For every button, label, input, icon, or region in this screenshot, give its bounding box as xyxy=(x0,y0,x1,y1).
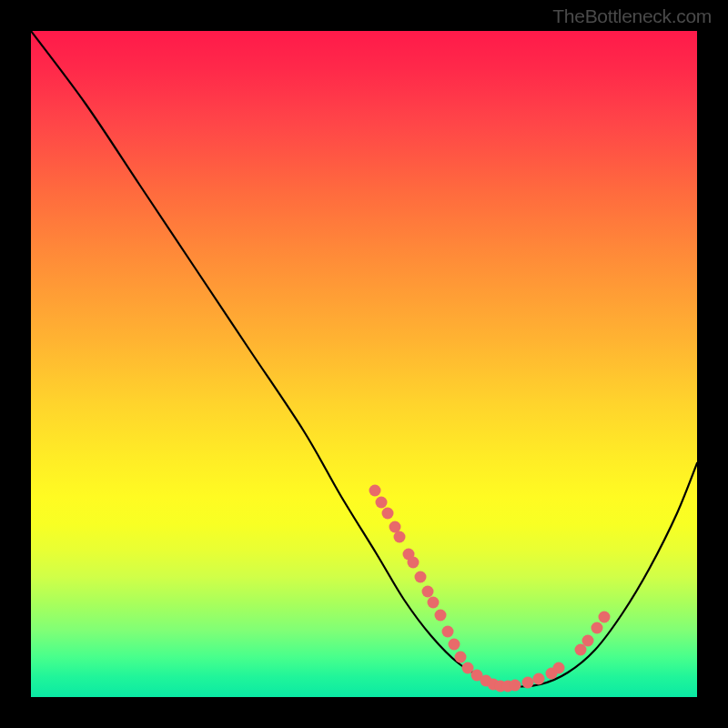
data-dot xyxy=(428,597,440,609)
data-dot xyxy=(449,639,460,651)
data-dot xyxy=(422,586,434,598)
data-dot xyxy=(382,508,394,520)
plot-area xyxy=(31,31,697,697)
data-dot xyxy=(599,612,611,623)
data-dot xyxy=(442,626,454,638)
data-dot xyxy=(553,662,565,674)
data-dot xyxy=(592,622,603,634)
data-dot xyxy=(522,677,534,689)
data-dot xyxy=(455,652,467,663)
data-dot xyxy=(415,571,427,583)
data-dot xyxy=(533,673,545,685)
data-dot xyxy=(435,610,447,622)
data-dot xyxy=(394,531,406,543)
data-dot xyxy=(376,497,388,509)
watermark-text: TheBottleneck.com xyxy=(552,5,712,27)
data-dot xyxy=(582,635,594,647)
data-dot xyxy=(510,680,521,692)
curve-svg xyxy=(31,31,697,697)
data-dots xyxy=(369,485,611,693)
main-curve xyxy=(31,31,697,686)
data-dot xyxy=(408,557,420,569)
data-dot xyxy=(369,485,381,497)
